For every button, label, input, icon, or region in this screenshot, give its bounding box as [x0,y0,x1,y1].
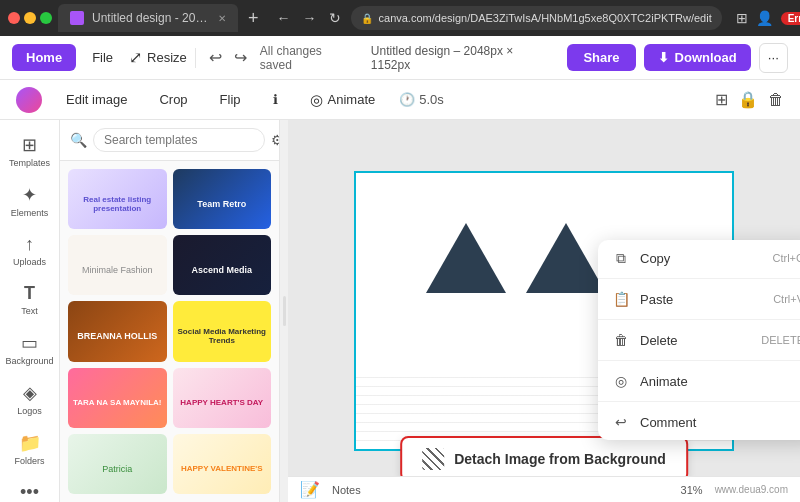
template-thumb-9[interactable]: Patricia [68,434,167,494]
sidebar-item-templates[interactable]: ⊞ Templates [4,128,56,174]
crop-btn[interactable]: Crop [151,88,195,111]
canvas-area: ⧉ ⤢ ↻ ⧉ Copy Ctrl+C [288,120,800,502]
main-layout: ⊞ Templates ✦ Elements ↑ Uploads T Text … [0,120,800,502]
profile-btn[interactable]: 👤 [756,10,773,26]
sidebar-item-elements[interactable]: ✦ Elements [4,178,56,224]
text-icon: T [24,283,35,304]
background-icon: ▭ [21,332,38,354]
watermark: www.deua9.com [715,484,788,495]
new-tab-btn[interactable]: + [248,8,259,29]
delete-btn[interactable]: 🗑 [768,91,784,109]
home-button[interactable]: Home [12,44,76,71]
download-icon: ⬇ [658,50,669,65]
extensions-btn[interactable]: ⊞ [736,10,748,26]
search-icon: 🔍 [70,132,87,148]
copy-icon: ⧉ [612,249,630,267]
template-thumb-3[interactable]: Minimale Fashion [68,235,167,295]
browser-actions: ⊞ 👤 Error [736,10,800,26]
search-input[interactable] [93,128,265,152]
template-thumb-10[interactable]: HAPPY VALENTINE'S [173,434,272,494]
window-minimize-btn[interactable] [24,12,36,24]
resize-icon: ⤢ [129,48,142,67]
sidebar-item-background[interactable]: ▭ Background [4,326,56,372]
grid-view-btn[interactable]: ⊞ [715,90,728,109]
reload-btn[interactable]: ↻ [325,8,345,28]
share-button[interactable]: Share [567,44,635,71]
undo-redo-group: ↩ ↪ [204,45,252,70]
redo-btn[interactable]: ↪ [229,45,252,70]
window-maximize-btn[interactable] [40,12,52,24]
resize-handle-inner [283,296,286,326]
sidebar-item-more[interactable]: ••• More [4,476,56,502]
timer-btn[interactable]: 🕐 5.0s [399,92,444,107]
resize-handle[interactable] [280,120,288,502]
edit-image-btn[interactable]: Edit image [58,88,135,111]
back-btn[interactable]: ← [273,8,295,28]
flip-label: Flip [220,92,241,107]
timer-value: 5.0s [419,92,444,107]
folders-icon: 📁 [19,432,41,454]
context-menu-comment[interactable]: ↩ Comment [598,404,800,440]
resize-btn[interactable]: ⤢ Resize [129,48,187,67]
animate-menu-icon: ◎ [612,372,630,390]
download-label: Download [675,50,737,65]
context-menu-delete[interactable]: 🗑 Delete DELETE [598,322,800,358]
more-options-btn[interactable]: ··· [759,43,788,73]
template-thumb-6[interactable]: Social Media Marketing Trends [173,301,272,361]
logos-label: Logos [17,406,42,416]
url-bar[interactable]: 🔒 canva.com/design/DAE3ZiTwIsA/HNbM1g5xe… [351,6,722,30]
file-menu-btn[interactable]: File [84,46,121,69]
forward-btn[interactable]: → [299,8,321,28]
template-thumb-2[interactable]: Team Retro [173,169,272,229]
context-menu-paste[interactable]: 📋 Paste Ctrl+V [598,281,800,317]
animate-btn[interactable]: ◎ Animate [302,87,384,113]
zoom-level: 31% [681,484,703,496]
lock-btn[interactable]: 🔒 [738,90,758,109]
detach-label: Detach Image from Background [454,451,666,467]
undo-btn[interactable]: ↩ [204,45,227,70]
crop-label: Crop [159,92,187,107]
more-icon: ••• [20,482,39,502]
template-thumb-5[interactable]: BREANNA HOLLIS [68,301,167,361]
tab-favicon [70,11,84,25]
search-bar: 🔍 ⚙ [60,120,279,161]
sidebar-item-text[interactable]: T Text [4,277,56,322]
context-menu-copy[interactable]: ⧉ Copy Ctrl+C [598,240,800,276]
magic-edit-icon [16,87,42,113]
tab-close-icon[interactable]: ✕ [218,13,226,24]
download-button[interactable]: ⬇ Download [644,44,751,71]
uploads-label: Uploads [13,257,46,267]
flip-btn[interactable]: Flip [212,88,249,111]
browser-nav: ← → ↻ [273,8,345,28]
browser-tab[interactable]: Untitled design - 2048px × ... ✕ [58,4,238,32]
window-close-btn[interactable] [8,12,20,24]
logos-icon: ◈ [23,382,37,404]
info-btn[interactable]: ℹ [265,88,286,111]
template-thumb-8[interactable]: HAPPY HEART'S DAY [173,368,272,428]
notes-icon: 📝 [300,480,320,499]
design-title: Untitled design – 2048px × 1152px [371,44,552,72]
delete-icon: 🗑 [612,331,630,349]
animate-label: Animate [328,92,376,107]
comment-icon: ↩ [612,413,630,431]
delete-shortcut: DELETE [761,334,800,346]
template-thumb-4[interactable]: Ascend Media [173,235,272,295]
editor-toolbar: Edit image Crop Flip ℹ ◎ Animate 🕐 5.0s … [0,80,800,120]
menu-divider-3 [598,360,800,361]
paste-icon: 📋 [612,290,630,308]
notes-btn[interactable]: Notes [332,484,361,496]
resize-label: Resize [147,50,187,65]
sidebar-item-logos[interactable]: ◈ Logos [4,376,56,422]
template-thumb-7[interactable]: TARA NA SA MAYNILA! [68,368,167,428]
templates-grid: Real estate listing presentation Team Re… [60,161,279,502]
timer-icon: 🕐 [399,92,415,107]
sidebar-item-folders[interactable]: 📁 Folders [4,426,56,472]
menu-divider-2 [598,319,800,320]
elements-icon: ✦ [22,184,37,206]
sidebar-item-uploads[interactable]: ↑ Uploads [4,228,56,273]
bottom-bar: 📝 Notes 31% www.deua9.com [288,476,800,502]
background-label: Background [5,356,53,366]
template-thumb-1[interactable]: Real estate listing presentation [68,169,167,229]
filter-btn[interactable]: ⚙ [271,132,280,148]
context-menu-animate[interactable]: ◎ Animate [598,363,800,399]
